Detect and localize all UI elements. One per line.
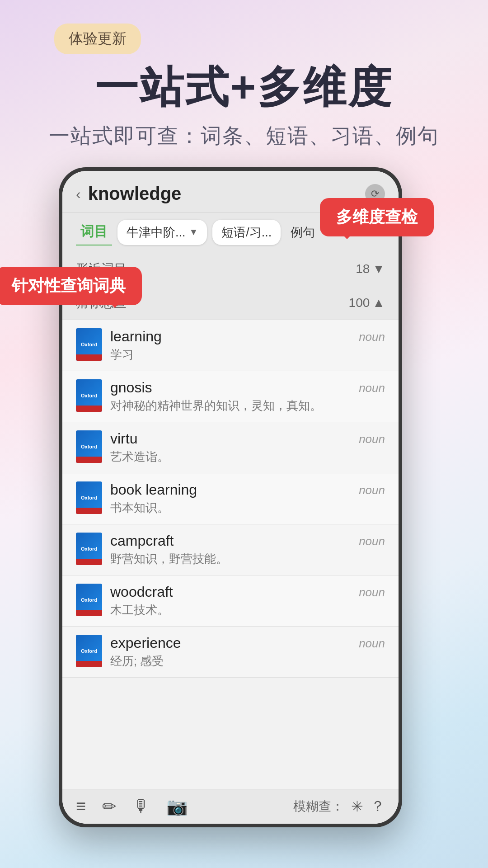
chevron-down-related-icon: ▼ bbox=[372, 262, 385, 276]
word-zh-campcraft: 野营知识，野营技能。 bbox=[110, 551, 385, 567]
mic-icon[interactable]: 🎙 bbox=[133, 797, 150, 816]
word-zh-book-learning: 书本知识。 bbox=[110, 500, 385, 516]
word-zh-gnosis: 对神秘的精神世界的知识，灵知，真知。 bbox=[110, 398, 385, 414]
word-item-woodcraft[interactable]: Oxford woodcraft 木工技术。 noun bbox=[62, 576, 399, 627]
word-name-campcraft: campcraft bbox=[110, 533, 385, 549]
word-info-campcraft: campcraft 野营知识，野营技能。 bbox=[110, 533, 385, 567]
guess-count[interactable]: 100 ▲ bbox=[349, 296, 385, 310]
word-name-virtu: virtu bbox=[110, 430, 385, 447]
word-pos-virtu: noun bbox=[359, 432, 385, 446]
dict-icon-book-learning: Oxford bbox=[76, 481, 102, 514]
main-headline: 一站式+多维度 bbox=[0, 59, 488, 118]
tab-cimuu[interactable]: 词目 bbox=[76, 219, 112, 245]
dict-icon-text-campcraft: Oxford bbox=[81, 546, 97, 552]
phone-container: 多维度查检 针对性查询词典 ‹ knowledge ⟳ 词目 牛津中阶... bbox=[59, 167, 429, 836]
dict-icon-text-experience: Oxford bbox=[81, 648, 97, 654]
word-info-gnosis: gnosis 对神秘的精神世界的知识，灵知，真知。 bbox=[110, 379, 385, 414]
asterisk-icon[interactable]: ✳ bbox=[351, 798, 363, 815]
word-info-learning: learning 学习 bbox=[110, 328, 385, 363]
chevron-down-icon: ▼ bbox=[189, 227, 198, 237]
bottom-toolbar: ≡ ✏ 🎙 📷 模糊查： ✳ ？ bbox=[62, 789, 399, 824]
word-pos-campcraft: noun bbox=[359, 534, 385, 548]
word-zh-experience: 经历; 感受 bbox=[110, 653, 385, 669]
camera-icon[interactable]: 📷 bbox=[166, 797, 188, 816]
top-badge: 体验更新 bbox=[54, 24, 141, 54]
word-info-experience: experience 经历; 感受 bbox=[110, 635, 385, 669]
tab-phrases[interactable]: 短语/习... bbox=[212, 220, 281, 245]
word-item-gnosis[interactable]: Oxford gnosis 对神秘的精神世界的知识，灵知，真知。 noun bbox=[62, 371, 399, 422]
dict-icon-text-book-learning: Oxford bbox=[81, 495, 97, 500]
menu-icon[interactable]: ≡ bbox=[76, 797, 86, 816]
word-item-experience[interactable]: Oxford experience 经历; 感受 noun bbox=[62, 627, 399, 678]
word-info-virtu: virtu 艺术造诣。 bbox=[110, 430, 385, 465]
word-pos-woodcraft: noun bbox=[359, 585, 385, 599]
back-arrow-icon[interactable]: ‹ bbox=[76, 187, 81, 201]
word-item-virtu[interactable]: Oxford virtu 艺术造诣。 noun bbox=[62, 422, 399, 473]
tooltip-query: 针对性查询词典 bbox=[0, 267, 142, 305]
word-info-book-learning: book learning 书本知识。 bbox=[110, 481, 385, 516]
edit-icon[interactable]: ✏ bbox=[102, 797, 117, 816]
word-info-woodcraft: woodcraft 木工技术。 bbox=[110, 584, 385, 618]
phone-frame: ‹ knowledge ⟳ 词目 牛津中阶... ▼ 短语/习... 例句 bbox=[59, 167, 402, 827]
word-list: Oxford learning 学习 noun Oxford bbox=[62, 320, 399, 789]
search-word-text: knowledge bbox=[88, 184, 358, 204]
related-count[interactable]: 18 ▼ bbox=[356, 262, 385, 276]
dict-icon-text-gnosis: Oxford bbox=[81, 393, 97, 398]
toolbar-icons-left: ≡ ✏ 🎙 📷 bbox=[76, 797, 275, 816]
dict-icon-text-woodcraft: Oxford bbox=[81, 597, 97, 603]
dict-icon-woodcraft: Oxford bbox=[76, 584, 102, 616]
question-icon[interactable]: ？ bbox=[371, 797, 385, 816]
word-pos-gnosis: noun bbox=[359, 381, 385, 395]
fuzzy-label: 模糊查： bbox=[293, 798, 344, 815]
tab-dictionary-dropdown[interactable]: 牛津中阶... ▼ bbox=[117, 220, 207, 245]
tab-examples[interactable]: 例句 bbox=[286, 220, 319, 245]
word-name-book-learning: book learning bbox=[110, 481, 385, 498]
word-pos-experience: noun bbox=[359, 637, 385, 651]
word-name-woodcraft: woodcraft bbox=[110, 584, 385, 600]
word-item-campcraft[interactable]: Oxford campcraft 野营知识，野营技能。 noun bbox=[62, 524, 399, 576]
word-zh-virtu: 艺术造诣。 bbox=[110, 449, 385, 465]
dict-icon-campcraft: Oxford bbox=[76, 533, 102, 565]
dict-icon-gnosis: Oxford bbox=[76, 379, 102, 412]
dict-icon-learning: Oxford bbox=[76, 328, 102, 361]
dict-icon-text-virtu: Oxford bbox=[81, 444, 97, 449]
tab-dropdown-label: 牛津中阶... bbox=[127, 224, 186, 241]
toolbar-right: 模糊查： ✳ ？ bbox=[293, 797, 385, 816]
word-name-experience: experience bbox=[110, 635, 385, 651]
sub-headline: 一站式即可查：词条、短语、习语、例句 bbox=[0, 122, 488, 150]
tooltip-multidim: 多维度查检 bbox=[320, 198, 434, 236]
word-name-gnosis: gnosis bbox=[110, 379, 385, 396]
word-zh-woodcraft: 木工技术。 bbox=[110, 602, 385, 618]
word-name-learning: learning bbox=[110, 328, 385, 345]
dict-icon-experience: Oxford bbox=[76, 635, 102, 667]
dict-icon-virtu: Oxford bbox=[76, 430, 102, 463]
chevron-up-guess-icon: ▲ bbox=[372, 296, 385, 310]
word-pos-learning: noun bbox=[359, 330, 385, 344]
word-pos-book-learning: noun bbox=[359, 483, 385, 497]
word-item-learning[interactable]: Oxford learning 学习 noun bbox=[62, 320, 399, 371]
toolbar-divider bbox=[284, 797, 284, 816]
word-item-book-learning[interactable]: Oxford book learning 书本知识。 noun bbox=[62, 473, 399, 524]
word-zh-learning: 学习 bbox=[110, 347, 385, 363]
dict-icon-text: Oxford bbox=[81, 342, 97, 347]
